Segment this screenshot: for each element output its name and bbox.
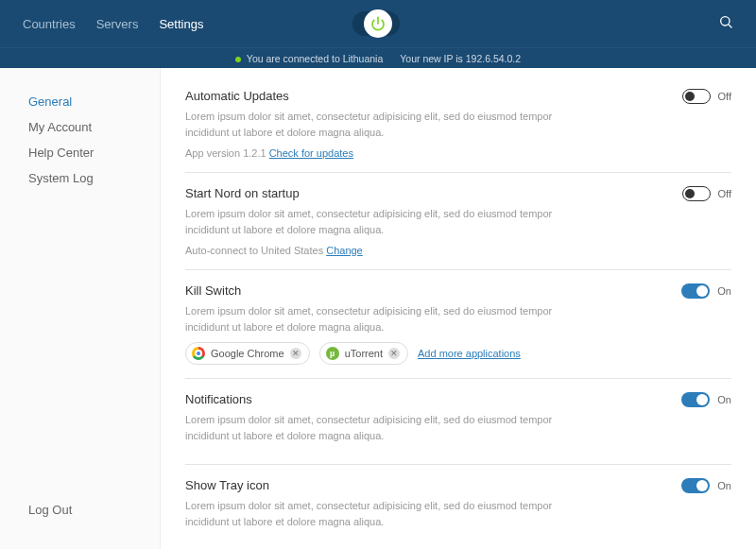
power-button[interactable] — [364, 9, 392, 38]
toggle-automatic-updates[interactable]: Off — [682, 89, 731, 104]
toggle-state-label: Off — [718, 188, 731, 199]
section-notifications: On Notifications Lorem ipsum dolor sit a… — [185, 379, 731, 465]
switch-icon[interactable] — [682, 186, 711, 201]
toggle-state-label: On — [717, 480, 731, 491]
add-more-applications-link[interactable]: Add more applications — [418, 348, 521, 359]
switch-icon[interactable] — [681, 478, 710, 493]
sidebar-item-help-center[interactable]: Help Center — [28, 140, 160, 165]
tab-servers[interactable]: Servers — [96, 17, 139, 31]
switch-icon[interactable] — [681, 392, 710, 407]
chip-utorrent: µ uTorrent ✕ — [319, 342, 408, 365]
ip-value: 192.6.54.0.2 — [466, 53, 521, 64]
logout-button[interactable]: Log Out — [28, 495, 160, 534]
top-navigation-bar: Countries Servers Settings — [0, 0, 756, 47]
toggle-start-on-startup[interactable]: Off — [682, 186, 731, 201]
chip-label: uTorrent — [345, 348, 383, 359]
chip-label: Google Chrome — [211, 348, 284, 359]
switch-icon[interactable] — [681, 283, 710, 299]
svg-line-2 — [729, 25, 731, 27]
section-title: Automatic Updates — [185, 89, 731, 103]
check-for-updates-link[interactable]: Check for updates — [269, 147, 353, 159]
kill-switch-app-chips: Google Chrome ✕ µ uTorrent ✕ Add more ap… — [185, 342, 731, 365]
section-title: Show Tray icon — [185, 478, 731, 492]
svg-point-1 — [721, 17, 730, 26]
chrome-icon — [192, 347, 205, 360]
ip-status: Your new IP is 192.6.54.0.2 — [400, 53, 521, 64]
change-autoconnect-link[interactable]: Change — [326, 245, 363, 256]
chip-remove-button[interactable]: ✕ — [290, 348, 301, 359]
section-description: Lorem ipsum dolor sit amet, consectetur … — [185, 498, 563, 529]
tab-settings[interactable]: Settings — [159, 17, 203, 31]
section-automatic-updates: Off Automatic Updates Lorem ipsum dolor … — [185, 85, 731, 173]
toggle-kill-switch[interactable]: On — [681, 283, 731, 299]
utorrent-icon: µ — [326, 347, 339, 360]
connection-status: You are connected to Lithuania — [235, 53, 383, 64]
section-kill-switch: On Kill Switch Lorem ipsum dolor sit ame… — [185, 270, 731, 379]
main-tabs: Countries Servers Settings — [23, 17, 203, 31]
section-description: Lorem ipsum dolor sit amet, consectetur … — [185, 206, 563, 237]
connection-power-toggle[interactable] — [364, 9, 392, 38]
section-description: Lorem ipsum dolor sit amet, consectetur … — [185, 303, 563, 335]
status-bar: You are connected to Lithuania Your new … — [0, 47, 756, 68]
power-icon — [370, 16, 386, 31]
section-description: Lorem ipsum dolor sit amet, consectetur … — [185, 109, 563, 140]
sidebar-item-system-log[interactable]: System Log — [28, 165, 160, 191]
settings-main-panel: Off Automatic Updates Lorem ipsum dolor … — [161, 68, 756, 549]
section-title: Kill Switch — [185, 283, 731, 298]
section-start-on-startup: Off Start Nord on startup Lorem ipsum do… — [185, 173, 731, 270]
toggle-state-label: Off — [718, 91, 731, 102]
chip-google-chrome: Google Chrome ✕ — [185, 342, 310, 365]
section-title: Start Nord on startup — [185, 186, 731, 200]
toggle-state-label: On — [717, 394, 731, 405]
toggle-notifications[interactable]: On — [681, 392, 731, 407]
section-description: Lorem ipsum dolor sit amet, consectetur … — [185, 412, 563, 443]
section-title: Notifications — [185, 392, 731, 406]
section-show-tray-icon: On Show Tray icon Lorem ipsum dolor sit … — [185, 465, 731, 549]
chip-remove-button[interactable]: ✕ — [388, 348, 400, 359]
toggle-state-label: On — [717, 285, 731, 297]
settings-sidebar: General My Account Help Center System Lo… — [0, 68, 161, 549]
app-version-line: App version 1.2.1 Check for updates — [185, 147, 731, 159]
toggle-show-tray-icon[interactable]: On — [681, 478, 731, 493]
search-button[interactable] — [718, 14, 733, 33]
auto-connect-line: Auto-connect to United States Change — [185, 245, 731, 256]
sidebar-item-my-account[interactable]: My Account — [28, 114, 160, 140]
search-icon — [718, 14, 733, 29]
switch-icon[interactable] — [682, 89, 711, 104]
sidebar-item-general[interactable]: General — [28, 89, 160, 114]
tab-countries[interactable]: Countries — [23, 17, 76, 31]
status-dot-icon — [235, 57, 241, 62]
